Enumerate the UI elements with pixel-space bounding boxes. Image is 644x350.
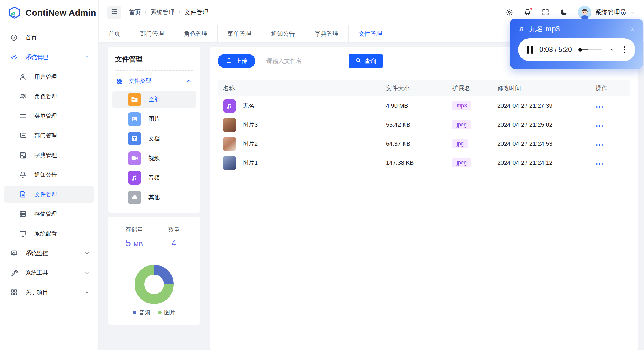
tab-role[interactable]: 角色管理: [174, 25, 218, 42]
sidebar-item-label: 系统配置: [34, 230, 57, 237]
more-actions-icon[interactable]: [596, 161, 604, 167]
ext-badge: jpeg: [452, 158, 471, 167]
tree-list-icon: [19, 132, 27, 140]
modified-time: 2024-04-27 21:27:39: [496, 102, 594, 109]
table-row[interactable]: 图片2 64.37 KB jpg 2024-04-27 21:24:53: [218, 134, 630, 153]
file-type-other[interactable]: 其他: [115, 188, 193, 207]
storage-number: 5: [126, 238, 131, 248]
sidebar-item-system-monitor[interactable]: 系统监控: [0, 243, 98, 263]
file-name: 图片3: [243, 121, 258, 129]
legend-audio[interactable]: 音频: [133, 309, 150, 316]
file-table-card: 上传 查询 名称 文件大小 扩展名: [210, 47, 638, 350]
tab-department[interactable]: 部门管理: [130, 25, 174, 42]
modified-time: 2024-04-27 21:25:02: [496, 121, 594, 128]
file-type-label: 视频: [148, 154, 160, 162]
legend-dot: [133, 311, 136, 314]
left-column: 文件管理 文件类型 全部 图片: [108, 47, 200, 350]
user-menu[interactable]: 系统管理员: [578, 6, 635, 19]
audio-file-icon: [223, 99, 236, 113]
sidebar-item-dict-management[interactable]: 字典管理: [0, 145, 98, 165]
sidebar-item-system-config[interactable]: 系统配置: [0, 224, 98, 243]
seek-bar[interactable]: [578, 49, 602, 50]
folder-icon: [128, 93, 141, 106]
sidebar-item-label: 用户管理: [34, 73, 57, 81]
sidebar-item-about[interactable]: 关于项目: [0, 283, 98, 302]
seek-thumb[interactable]: [578, 48, 582, 52]
legend-image[interactable]: 图片: [158, 309, 175, 316]
legend-dot: [158, 311, 162, 314]
sidebar-collapse-button[interactable]: [107, 6, 121, 19]
count-stat: 数量 4: [154, 226, 194, 248]
table-row[interactable]: 无名 4.90 MB mp3 2024-04-27 21:27:39: [218, 96, 630, 115]
sidebar-item-department-management[interactable]: 部门管理: [0, 126, 98, 145]
file-type-all[interactable]: 全部: [115, 90, 193, 109]
sidebar-item-notice[interactable]: 通知公告: [0, 165, 98, 185]
file-type-video[interactable]: 视频: [115, 148, 193, 168]
sidebar-item-user-management[interactable]: 用户管理: [0, 67, 98, 87]
volume-icon[interactable]: [610, 46, 614, 54]
audio-file-icon: [128, 171, 141, 185]
sidebar-item-system-tools[interactable]: 系统工具: [0, 263, 98, 283]
pause-button[interactable]: [527, 46, 533, 54]
file-type-label: 图片: [148, 115, 160, 123]
file-name: 无名: [243, 102, 254, 110]
modified-time: 2024-04-27 21:24:12: [496, 159, 594, 166]
upload-label: 上传: [235, 57, 247, 65]
close-icon[interactable]: [629, 26, 636, 32]
tab-file-management[interactable]: 文件管理: [349, 25, 392, 42]
breadcrumb-separator: /: [179, 9, 181, 16]
more-actions-icon[interactable]: [596, 104, 604, 110]
tab-dict[interactable]: 字典管理: [305, 25, 349, 42]
sidebar: ContiNew Admin 首页 系统管理 用户管理 角色管理: [0, 0, 99, 350]
sidebar-item-label: 系统监控: [26, 249, 48, 257]
sidebar-item-label: 文件管理: [34, 191, 57, 198]
player-header: 无名.mp3: [510, 19, 643, 34]
settings-icon[interactable]: [505, 8, 513, 16]
chevron-up-icon: [84, 54, 90, 60]
sidebar-item-label: 存储管理: [34, 210, 57, 218]
more-actions-icon[interactable]: [596, 123, 604, 129]
file-type-label: 其他: [148, 194, 160, 201]
breadcrumb: 首页 / 系统管理 / 文件管理: [129, 8, 208, 16]
table-row[interactable]: 图片1 147.38 KB jpeg 2024-04-27 21:24:12: [218, 153, 630, 172]
file-type-image[interactable]: 图片: [115, 109, 193, 129]
table-row[interactable]: 图片3 55.42 KB jpeg 2024-04-27 21:25:02: [218, 115, 630, 134]
chevron-down-icon: [630, 10, 635, 15]
ext-badge: jpg: [452, 139, 468, 148]
sidebar-item-storage-management[interactable]: 存储管理: [0, 204, 98, 224]
tab-home[interactable]: 首页: [99, 25, 130, 42]
upload-icon: [226, 57, 232, 65]
tab-menu[interactable]: 菜单管理: [218, 25, 261, 42]
tab-notice[interactable]: 通知公告: [261, 25, 305, 42]
count-value: 4: [154, 238, 194, 248]
chevron-up-icon: [186, 78, 192, 84]
sidebar-item-file-management[interactable]: 文件管理: [0, 185, 98, 204]
dark-mode-icon[interactable]: [560, 8, 568, 16]
ext-badge: jpeg: [452, 120, 471, 129]
breadcrumb-home[interactable]: 首页: [129, 8, 141, 16]
more-actions-icon[interactable]: [596, 142, 604, 148]
file-type-label: 全部: [148, 96, 160, 103]
sidebar-item-home[interactable]: 首页: [0, 28, 98, 47]
player-menu-icon[interactable]: [623, 45, 626, 54]
search-input[interactable]: [261, 54, 349, 68]
file-type-audio[interactable]: 音频: [115, 168, 193, 188]
fullscreen-icon[interactable]: [542, 8, 550, 16]
page-title: 文件管理: [115, 55, 193, 64]
sidebar-item-role-management[interactable]: 角色管理: [0, 87, 98, 106]
topbar-actions: 系统管理员: [505, 6, 635, 19]
image-thumbnail: [223, 156, 236, 170]
storage-value: 5 MB: [115, 238, 154, 248]
upload-button[interactable]: 上传: [218, 54, 255, 68]
breadcrumb-system[interactable]: 系统管理: [151, 8, 175, 16]
storage-stat: 存储量 5 MB: [115, 226, 154, 248]
sidebar-item-menu-management[interactable]: 菜单管理: [0, 106, 98, 126]
sidebar-item-label: 系统工具: [26, 269, 48, 277]
file-type-tree-header[interactable]: 文件类型: [115, 72, 193, 90]
sidebar-item-system-management[interactable]: 系统管理: [0, 47, 98, 67]
notifications-button[interactable]: [523, 8, 531, 16]
logo[interactable]: ContiNew Admin: [0, 0, 98, 26]
query-button[interactable]: 查询: [349, 54, 383, 68]
file-type-document[interactable]: 文档: [115, 129, 193, 148]
sidebar-item-label: 系统管理: [26, 53, 48, 61]
